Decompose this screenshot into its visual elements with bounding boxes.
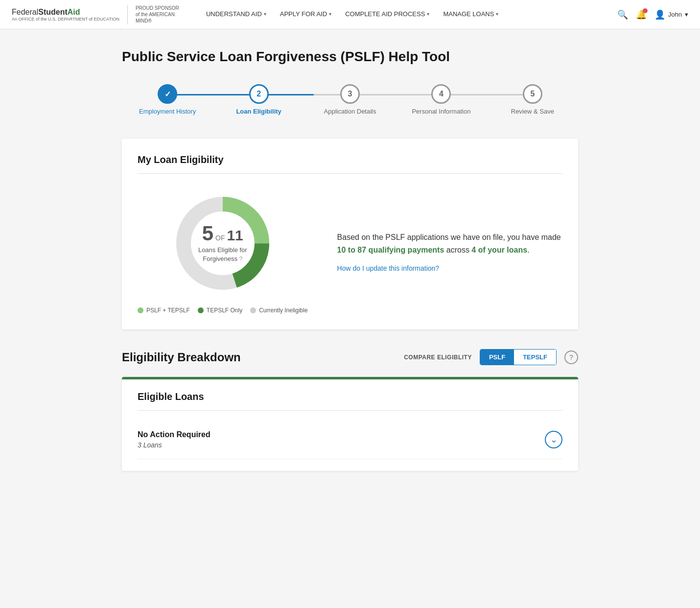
chevron-down-icon: ▾ [264,11,266,17]
step-circle-5: 5 [523,84,542,104]
step-label-1: Employment History [139,108,196,115]
nav-understand-aid[interactable]: UNDERSTAND AID ▾ [200,6,272,23]
eligibility-breakdown-header: Eligibility Breakdown COMPARE ELIGIBLITY… [122,349,578,365]
sponsor-text: PROUD SPONSOR of the AMERICAN MIND® [136,5,185,24]
donut-of-label: OF [215,234,227,242]
action-row-text: No Action Required 3 Loans [138,430,545,449]
donut-label: Loans Eligible forForgiveness ? [198,246,247,263]
donut-eligible-count: 5 [202,222,213,245]
step-circle-3: 3 [340,84,360,104]
eligibility-info: Based on the PSLF applications we have o… [337,231,562,272]
chart-legend: PSLF + TEPSLF TEPSLF Only Currently Inel… [138,307,308,314]
info-text-prefix: Based on the PSLF applications we have o… [337,233,561,241]
step-circle-2: 2 [249,84,269,104]
logo-aid: Aid [68,8,80,16]
legend-dot-tepslf-only [198,307,204,313]
legend-dot-pslf-tepslf [138,307,143,313]
table-row: No Action Required 3 Loans ⌄ [138,421,562,459]
legend-pslf-tepslf: PSLF + TEPSLF [138,307,190,314]
chevron-down-icon: ▾ [329,11,331,17]
step-personal-information: 4 Personal Information [396,84,487,115]
step-review-save: 5 Review & Save [487,84,578,115]
logo-student: Student [38,8,68,16]
nav-complete-aid-process[interactable]: COMPLETE AID PROCESS ▾ [339,6,435,23]
logo-sub: An OFFICE of the U.S. DEPARTMENT of EDUC… [12,17,119,22]
action-row-subtitle: 3 Loans [138,441,545,449]
chevron-down-icon: ▾ [685,11,688,18]
logo: FederalStudentAid An OFFICE of the U.S. … [12,7,119,22]
step-loan-eligibility: 2 Loan Eligibility [213,84,304,115]
notification-button[interactable]: 🔔 [636,9,647,20]
user-icon: 👤 [654,9,665,20]
donut-center: 5 OF 11 Loans Eligible forForgiveness ? [198,223,247,263]
legend-label-tepslf-only: TEPSLF Only [207,307,242,314]
info-text-middle: across [444,246,471,254]
donut-help-icon[interactable]: ? [239,256,243,262]
action-row-title: No Action Required [138,430,545,439]
donut-container: 5 OF 11 Loans Eligible forForgiveness ? … [138,189,308,314]
info-text-suffix: . [527,246,529,254]
logo-federal: Federal [12,8,38,16]
toggle-tepslf[interactable]: TEPSLF [514,350,556,365]
eligibility-description: Based on the PSLF applications we have o… [337,231,562,256]
chevron-down-icon: ▾ [496,11,498,17]
eligibility-breakdown-title: Eligibility Breakdown [122,351,396,364]
site-header: FederalStudentAid An OFFICE of the U.S. … [0,0,700,29]
eligibility-help-icon[interactable]: ? [564,351,578,364]
step-label-5: Review & Save [511,108,554,115]
legend-label-pslf-tepslf: PSLF + TEPSLF [146,307,190,314]
nav-apply-for-aid[interactable]: APPLY FOR AID ▾ [274,6,337,23]
loan-eligibility-card: My Loan Eligibility [122,139,578,329]
eligible-section-inner: Eligible Loans No Action Required 3 Loan… [122,379,578,471]
stepper: ✓ Employment History 2 Loan Eligibility … [122,84,578,115]
compare-eligibility-label: COMPARE ELIGIBLITY [404,354,472,361]
eligible-loans-section: Eligible Loans No Action Required 3 Loan… [122,377,578,471]
legend-dot-ineligible [250,307,256,313]
step-employment-history: ✓ Employment History [122,84,213,115]
legend-label-ineligible: Currently Ineligible [259,307,307,314]
user-menu-button[interactable]: 👤 John ▾ [654,9,688,20]
step-application-details: 3 Application Details [304,84,396,115]
search-button[interactable]: 🔍 [617,9,628,20]
pslf-tepslf-toggle: PSLF TEPSLF [480,349,557,365]
logo-area: FederalStudentAid An OFFICE of the U.S. … [12,5,185,24]
step-circle-4: 4 [431,84,451,104]
step-label-3: Application Details [324,108,376,115]
legend-tepslf-only: TEPSLF Only [198,307,242,314]
main-nav: UNDERSTAND AID ▾ APPLY FOR AID ▾ COMPLET… [200,6,617,23]
step-label-4: Personal Information [412,108,470,115]
step-circle-1: ✓ [158,84,177,104]
eligible-loans-title: Eligible Loans [138,391,562,411]
logo-divider [127,5,128,24]
header-actions: 🔍 🔔 👤 John ▾ [617,9,688,20]
page-title: Public Service Loan Forgiveness (PSLF) H… [122,49,578,65]
update-info-link[interactable]: How do I update this information? [337,264,440,272]
loan-eligibility-title: My Loan Eligibility [138,154,562,174]
loan-eligibility-content: 5 OF 11 Loans Eligible forForgiveness ? … [138,189,562,314]
main-content: Public Service Loan Forgiveness (PSLF) H… [110,29,590,491]
info-highlight: 10 to 87 qualifying payments [337,246,444,254]
donut-chart: 5 OF 11 Loans Eligible forForgiveness ? [169,189,277,297]
notification-dot [643,8,648,13]
legend-currently-ineligible: Currently Ineligible [250,307,307,314]
info-loans-highlight: 4 of your loans [471,246,527,254]
chevron-down-icon: ▾ [427,11,429,17]
toggle-pslf[interactable]: PSLF [480,350,514,365]
nav-manage-loans[interactable]: MANAGE LOANS ▾ [437,6,504,23]
expand-collapse-button[interactable]: ⌄ [545,431,562,448]
step-label-2: Loan Eligibility [236,108,281,115]
donut-total-count: 11 [227,227,243,243]
